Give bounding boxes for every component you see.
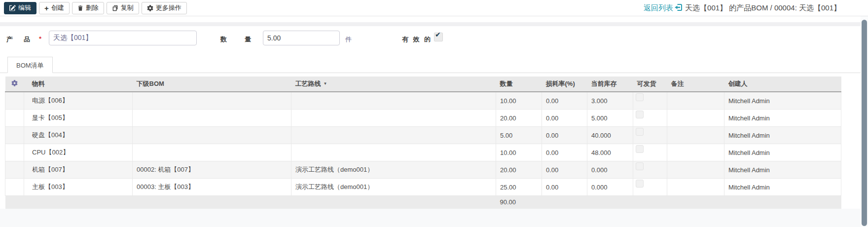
shippable-checkbox[interactable] bbox=[636, 145, 644, 153]
breadcrumb-trail: 天选【001】 的产品BOM / 00004: 天选【001】 bbox=[685, 3, 841, 13]
cell-stock: 3.000 bbox=[587, 92, 633, 110]
check-icon: ✔ bbox=[435, 31, 441, 38]
edit-icon bbox=[9, 5, 16, 11]
cell-creator: Mitchell Admin bbox=[724, 144, 841, 161]
cell-qty: 5.00 bbox=[496, 127, 542, 144]
copy-button[interactable]: 复制 bbox=[107, 2, 139, 14]
cell-sub-bom bbox=[133, 110, 291, 127]
cell-loss-rate: 0.00 bbox=[542, 179, 587, 196]
delete-button[interactable]: 删除 bbox=[72, 2, 104, 14]
cell-material: 硬盘【004】 bbox=[24, 127, 133, 144]
cell-sub-bom bbox=[133, 92, 291, 110]
column-header-material[interactable]: 物料 bbox=[24, 76, 133, 92]
column-header-route[interactable]: 工艺路线▼ bbox=[291, 76, 496, 92]
cell-handle bbox=[5, 161, 24, 179]
column-header-remark[interactable]: 备注 bbox=[667, 76, 724, 92]
shippable-checkbox[interactable] bbox=[636, 93, 644, 101]
product-input[interactable] bbox=[49, 31, 197, 45]
cell-handle bbox=[5, 144, 24, 161]
column-header-sub-bom[interactable]: 下级BOM bbox=[133, 76, 291, 92]
shippable-checkbox[interactable] bbox=[636, 111, 644, 118]
cell-remark bbox=[667, 179, 724, 196]
cell-creator: Mitchell Admin bbox=[724, 161, 841, 179]
cell-creator: Mitchell Admin bbox=[724, 92, 841, 110]
cell-creator: Mitchell Admin bbox=[724, 110, 841, 127]
cell-loss-rate: 0.00 bbox=[542, 110, 587, 127]
cell-stock: 5.000 bbox=[587, 110, 633, 127]
bom-table-wrap: 物料下级BOM工艺路线▼数量损耗率(%)当前库存可发货备注创建人 电源【006】… bbox=[5, 76, 841, 209]
copy-icon bbox=[112, 5, 118, 11]
cell-qty: 10.00 bbox=[496, 144, 542, 161]
table-row[interactable]: CPU【002】10.000.0048.000Mitchell Admin bbox=[5, 144, 841, 161]
table-row[interactable]: 机箱【007】00002: 机箱【007】演示工艺路线（demo001）20.0… bbox=[5, 161, 841, 179]
required-asterisk: * bbox=[39, 35, 41, 42]
cell-shippable bbox=[633, 179, 667, 196]
cell-qty: 10.00 bbox=[496, 92, 542, 110]
form-area: 产品 * 数量 件 有效的 ✔ bbox=[0, 26, 868, 57]
cell-remark bbox=[667, 161, 724, 179]
cell-loss-rate: 0.00 bbox=[542, 144, 587, 161]
cell-remark bbox=[667, 127, 724, 144]
toolbar: 编辑 + 创建 删除 复制 更多操作 返回列表 天选【001】 的产品BOM /… bbox=[0, 0, 868, 16]
footer-spacer bbox=[542, 196, 841, 209]
cell-stock: 40.000 bbox=[587, 127, 633, 144]
cell-material: 机箱【007】 bbox=[24, 161, 133, 179]
tabs-bar: BOM清单 bbox=[0, 57, 868, 73]
column-header-shippable[interactable]: 可发货 bbox=[633, 76, 667, 92]
quantity-input[interactable] bbox=[263, 31, 340, 45]
sort-caret-icon: ▼ bbox=[324, 81, 327, 86]
cell-stock: 0.000 bbox=[587, 179, 633, 196]
cell-handle bbox=[5, 179, 24, 196]
valid-checkbox[interactable]: ✔ bbox=[434, 33, 443, 41]
table-row[interactable]: 主板【003】00003: 主板【003】演示工艺路线（demo001）25.0… bbox=[5, 179, 841, 196]
cell-material: CPU【002】 bbox=[24, 144, 133, 161]
cell-qty: 25.00 bbox=[496, 179, 542, 196]
tab-bom-list[interactable]: BOM清单 bbox=[7, 57, 53, 73]
shippable-checkbox[interactable] bbox=[636, 162, 644, 170]
cell-sub-bom: 00003: 主板【003】 bbox=[133, 179, 291, 196]
cell-sub-bom bbox=[133, 127, 291, 144]
cell-shippable bbox=[633, 144, 667, 161]
cell-route bbox=[291, 110, 496, 127]
table-row[interactable]: 硬盘【004】5.000.0040.000Mitchell Admin bbox=[5, 127, 841, 144]
cell-material: 主板【003】 bbox=[24, 179, 133, 196]
gear-icon bbox=[147, 5, 153, 11]
column-header-settings[interactable] bbox=[5, 76, 24, 92]
page-bottom-area bbox=[0, 209, 868, 227]
cell-creator: Mitchell Admin bbox=[724, 127, 841, 144]
shippable-checkbox[interactable] bbox=[636, 180, 644, 188]
column-header-qty[interactable]: 数量 bbox=[496, 76, 542, 92]
quantity-unit: 件 bbox=[345, 35, 352, 44]
back-arrow-icon bbox=[673, 3, 685, 13]
cell-qty: 20.00 bbox=[496, 161, 542, 179]
edit-button[interactable]: 编辑 bbox=[4, 2, 36, 14]
cell-handle bbox=[5, 127, 24, 144]
cell-remark bbox=[667, 110, 724, 127]
cell-handle bbox=[5, 110, 24, 127]
cell-route: 演示工艺路线（demo001） bbox=[291, 161, 496, 179]
breadcrumb: 返回列表 天选【001】 的产品BOM / 00004: 天选【001】 bbox=[644, 3, 841, 13]
table-row[interactable]: 显卡【005】20.000.005.000Mitchell Admin bbox=[5, 110, 841, 127]
create-button[interactable]: + 创建 bbox=[39, 2, 70, 14]
cell-qty: 20.00 bbox=[496, 110, 542, 127]
cell-loss-rate: 0.00 bbox=[542, 92, 587, 110]
cell-route: 演示工艺路线（demo001） bbox=[291, 179, 496, 196]
column-header-stock[interactable]: 当前库存 bbox=[587, 76, 633, 92]
divider-strip bbox=[0, 22, 868, 26]
cell-shippable bbox=[633, 161, 667, 179]
more-actions-button[interactable]: 更多操作 bbox=[142, 2, 187, 14]
cell-sub-bom: 00002: 机箱【007】 bbox=[133, 161, 291, 179]
column-header-creator[interactable]: 创建人 bbox=[724, 76, 841, 92]
vertical-scrollbar[interactable] bbox=[862, 20, 867, 226]
cell-stock: 48.000 bbox=[587, 144, 633, 161]
cell-material: 显卡【005】 bbox=[24, 110, 133, 127]
table-header-row: 物料下级BOM工艺路线▼数量损耗率(%)当前库存可发货备注创建人 bbox=[5, 76, 841, 92]
cell-loss-rate: 0.00 bbox=[542, 161, 587, 179]
bom-table: 物料下级BOM工艺路线▼数量损耗率(%)当前库存可发货备注创建人 电源【006】… bbox=[5, 76, 841, 209]
cell-remark bbox=[667, 144, 724, 161]
shippable-checkbox[interactable] bbox=[636, 128, 644, 136]
cell-handle bbox=[5, 92, 24, 110]
column-header-loss-rate[interactable]: 损耗率(%) bbox=[542, 76, 587, 92]
back-to-list-link[interactable]: 返回列表 bbox=[644, 3, 685, 13]
table-row[interactable]: 电源【006】10.000.003.000Mitchell Admin bbox=[5, 92, 841, 110]
